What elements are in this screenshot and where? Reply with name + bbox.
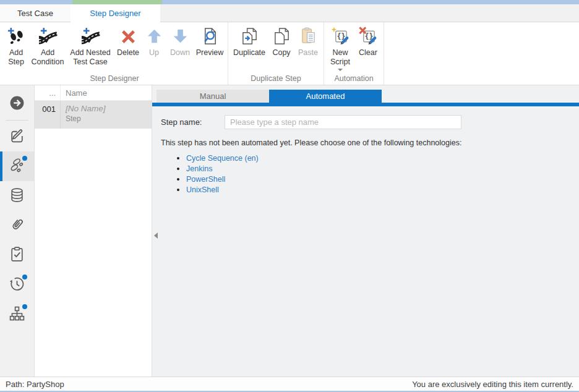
bullet-icon	[177, 168, 179, 170]
copy-icon	[272, 25, 291, 47]
new-script-icon: {}	[331, 25, 350, 47]
step-name-form-row: Step name:	[161, 115, 579, 129]
sidebar-item-step-designer[interactable]	[0, 151, 34, 181]
goto-arrow-icon	[9, 95, 25, 114]
editor-tab-bar: Manual Automated	[157, 90, 579, 103]
clipboard-check-icon	[9, 246, 25, 265]
ribbon-group-step-designer: Add Step Add Condition	[1, 22, 228, 85]
ribbon-group-label: Duplicate Step	[228, 74, 324, 83]
sidebar-item-checklist[interactable]	[0, 241, 34, 270]
left-icon-sidebar	[0, 85, 35, 377]
ribbon-group-label: Step Designer	[1, 74, 228, 83]
sidebar-item-data[interactable]	[0, 181, 34, 211]
bullet-icon	[177, 157, 179, 160]
preview-icon	[200, 25, 220, 47]
path-label: Path: PartyShop	[6, 380, 64, 389]
clear-script-icon: {}	[359, 25, 378, 47]
step-name-input[interactable]	[225, 115, 461, 129]
arrow-up-icon	[145, 25, 164, 47]
clear-script-button[interactable]: {} Clear	[354, 22, 382, 58]
duplicate-button[interactable]: Duplicate	[230, 22, 268, 58]
ribbon-group-label: Automation	[324, 74, 384, 83]
lock-status-message: You are exclusively editing this item cu…	[412, 380, 573, 389]
sidebar-item-attachments[interactable]	[0, 211, 34, 241]
step-list-panel: ... Name 001 [No Name] Step	[35, 85, 152, 377]
notification-dot	[22, 156, 27, 161]
active-tab-underline	[152, 103, 579, 106]
paste-icon	[299, 25, 318, 47]
tab-step-designer[interactable]: Step Designer	[71, 4, 160, 22]
status-bar: Path: PartyShop You are exclusively edit…	[0, 377, 579, 392]
notification-dot	[22, 275, 27, 279]
collapse-panel-handle[interactable]	[154, 232, 158, 239]
tab-automated[interactable]: Automated	[269, 90, 382, 103]
ribbon-group-duplicate-step: Duplicate Copy Paste	[228, 22, 324, 85]
step-editor-pane: Manual Automated Step name: This step ha…	[152, 85, 579, 377]
technology-list: Cycle Sequence (en) Jenkins PowerShell U…	[177, 153, 579, 195]
duplicate-icon	[240, 25, 259, 47]
tab-manual[interactable]: Manual	[157, 90, 269, 103]
step-name-placeholder-text: [No Name]	[66, 104, 152, 113]
new-script-dropdown-caret[interactable]	[338, 69, 343, 71]
bullet-icon	[177, 178, 179, 181]
add-nested-test-case-button[interactable]: Add Nested Test Case	[66, 22, 114, 67]
step-list-index-header: ...	[35, 85, 61, 100]
arrow-down-icon	[171, 25, 190, 47]
add-step-button[interactable]: Add Step	[3, 22, 29, 67]
list-item: Cycle Sequence (en)	[177, 153, 579, 163]
paste-button[interactable]: Paste	[294, 22, 322, 58]
sidebar-item-history[interactable]	[0, 270, 34, 300]
database-icon	[9, 187, 25, 206]
technology-link-unixshell[interactable]: UnixShell	[186, 185, 219, 194]
new-script-button[interactable]: {} New Script	[326, 22, 354, 71]
technology-link-cycle-sequence[interactable]: Cycle Sequence (en)	[186, 154, 259, 163]
technology-link-powershell[interactable]: PowerShell	[186, 175, 225, 184]
automation-message: This step has not been automated yet. Pl…	[161, 138, 579, 147]
technology-link-jenkins[interactable]: Jenkins	[186, 164, 212, 173]
paperclip-icon	[9, 216, 25, 236]
sidebar-separator	[6, 120, 28, 121]
copy-button[interactable]: Copy	[268, 22, 294, 58]
list-item: UnixShell	[177, 184, 579, 195]
step-index: 001	[35, 101, 61, 129]
step-name-label: Step name:	[161, 117, 225, 127]
step-list-header: ... Name	[35, 85, 152, 101]
active-tab-accent-strip	[72, 0, 162, 4]
step-name-cell: [No Name] Step	[61, 101, 152, 129]
preview-button[interactable]: Preview	[194, 22, 226, 58]
move-up-button[interactable]: Up	[142, 22, 166, 58]
delete-button[interactable]: Delete	[114, 22, 142, 58]
sidebar-item-hierarchy[interactable]	[0, 300, 34, 330]
bullet-icon	[177, 189, 179, 191]
add-step-icon	[7, 25, 26, 47]
notification-dot	[22, 304, 27, 309]
step-type-label: Step	[66, 114, 152, 123]
sidebar-item-navigate[interactable]	[0, 89, 34, 119]
edit-icon	[9, 127, 25, 147]
step-list-row[interactable]: 001 [No Name] Step	[35, 101, 152, 129]
add-condition-button[interactable]: Add Condition	[29, 22, 66, 67]
main-area: ... Name 001 [No Name] Step Manual Autom…	[0, 85, 579, 377]
list-item: PowerShell	[177, 174, 579, 184]
sidebar-item-edit[interactable]	[0, 122, 34, 151]
list-item: Jenkins	[177, 163, 579, 174]
add-nested-test-case-icon	[81, 25, 100, 47]
tab-test-case[interactable]: Test Case	[0, 4, 71, 22]
ribbon-group-automation: {} New Script {} Clear Auto	[324, 22, 384, 85]
window-tab-bar: Test Case Step Designer	[0, 4, 579, 22]
add-condition-icon	[38, 25, 58, 47]
step-list-name-header: Name	[61, 88, 152, 98]
move-down-button[interactable]: Down	[166, 22, 194, 58]
window-accent-strip	[0, 0, 579, 4]
delete-icon	[119, 25, 138, 47]
ribbon-toolbar: Add Step Add Condition	[0, 22, 579, 85]
